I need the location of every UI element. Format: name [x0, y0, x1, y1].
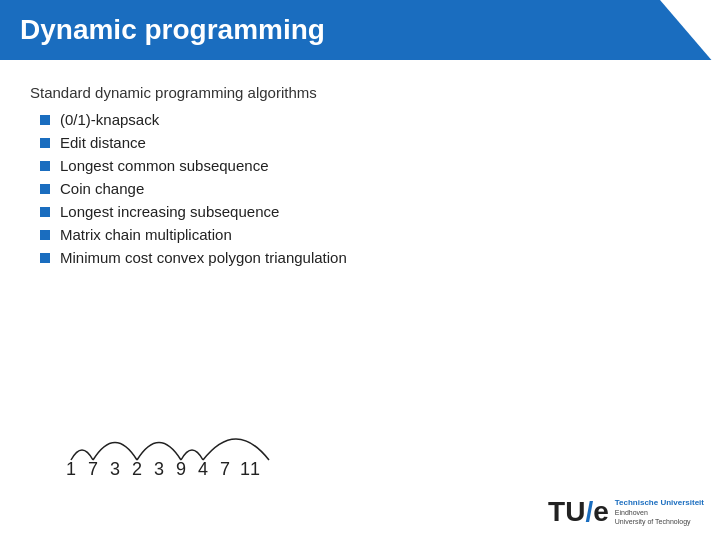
list-item: Matrix chain multiplication	[40, 226, 690, 243]
bullet-icon	[40, 207, 50, 217]
bullet-icon	[40, 138, 50, 148]
list-item-label: Longest increasing subsequence	[60, 203, 279, 220]
tue-logo: TU/e Technische Universiteit Eindhoven U…	[548, 496, 704, 528]
main-content: Standard dynamic programming algorithms …	[0, 60, 720, 292]
logo-tu: TU	[548, 496, 585, 528]
header-decoration	[660, 0, 720, 70]
header: Dynamic programming	[0, 0, 720, 60]
list-item: Coin change	[40, 180, 690, 197]
bullet-icon	[40, 184, 50, 194]
logo-line3: University of Technology	[615, 517, 704, 526]
diagram-num-7: 7	[214, 459, 236, 480]
list-item-label: Coin change	[60, 180, 144, 197]
diagram-num-4: 3	[148, 459, 170, 480]
diagram-num-5: 9	[170, 459, 192, 480]
diagram-num-0: 1	[60, 459, 82, 480]
bullet-icon	[40, 161, 50, 171]
diagram-num-3: 2	[126, 459, 148, 480]
logo-line2: Eindhoven	[615, 508, 704, 517]
section-title: Standard dynamic programming algorithms	[30, 84, 690, 101]
diagram-area: 1 7 3 2 3 9 4 7 11	[60, 410, 280, 480]
page-title: Dynamic programming	[20, 14, 325, 46]
algorithm-list: (0/1)-knapsack Edit distance Longest com…	[30, 111, 690, 266]
list-item: Minimum cost convex polygon triangulatio…	[40, 249, 690, 266]
diagram-num-8: 11	[236, 459, 264, 480]
list-item-label: Edit distance	[60, 134, 146, 151]
list-item-label: Matrix chain multiplication	[60, 226, 232, 243]
diagram-num-6: 4	[192, 459, 214, 480]
arcs-svg	[60, 410, 280, 465]
list-item: Longest common subsequence	[40, 157, 690, 174]
logo-line1: Technische Universiteit	[615, 498, 704, 508]
logo-subtext: Technische Universiteit Eindhoven Univer…	[615, 498, 704, 527]
list-item-label: Longest common subsequence	[60, 157, 268, 174]
logo-slash: /	[585, 496, 593, 528]
bullet-icon	[40, 115, 50, 125]
bullet-icon	[40, 253, 50, 263]
list-item-label: Minimum cost convex polygon triangulatio…	[60, 249, 347, 266]
list-item: Edit distance	[40, 134, 690, 151]
logo-e: e	[593, 496, 609, 528]
diagram-num-2: 3	[104, 459, 126, 480]
list-item: (0/1)-knapsack	[40, 111, 690, 128]
list-item: Longest increasing subsequence	[40, 203, 690, 220]
logo-text: TU/e	[548, 496, 609, 528]
bullet-icon	[40, 230, 50, 240]
number-row: 1 7 3 2 3 9 4 7 11	[60, 459, 264, 480]
list-item-label: (0/1)-knapsack	[60, 111, 159, 128]
diagram-num-1: 7	[82, 459, 104, 480]
